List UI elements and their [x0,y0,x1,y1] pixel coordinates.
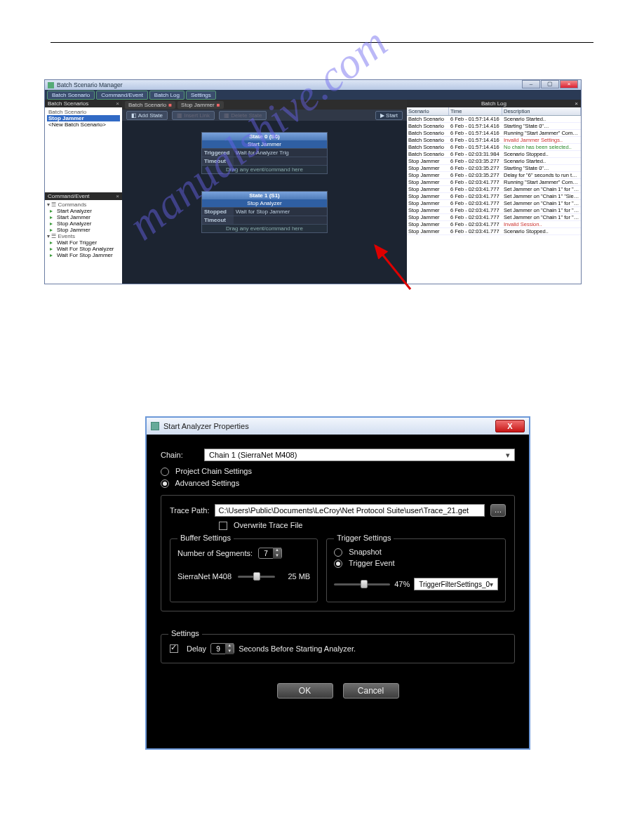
segments-stepper[interactable]: 7 ▲▼ [258,548,282,559]
tree-group[interactable]: ▾ ☰ Commands [47,201,120,208]
radio-icon [334,548,342,557]
buffer-size-slider[interactable] [238,571,275,581]
panel-close-icon[interactable]: × [116,193,119,199]
tree-item[interactable]: Wait For Stop Analyzer [57,246,120,252]
tab-settings[interactable]: Settings [186,91,216,100]
batch-scenario-list[interactable]: Batch Scenario Stop Jammer <New Batch Sc… [45,107,122,192]
col-time[interactable]: Time [449,107,502,115]
overwrite-checkbox[interactable]: Overwrite Trace File [219,521,506,530]
advanced-settings-radio[interactable]: Advanced Settings [161,479,515,488]
doc-tab[interactable]: Batch Scenario■ [125,101,175,109]
app-icon [48,82,54,88]
log-row[interactable]: Stop Jammer6 Feb - 02:03:41.777Running "… [407,179,581,186]
step-down-icon[interactable]: ▼ [273,553,281,559]
log-row[interactable]: Stop Jammer6 Feb - 02:03:41.777Scenario … [407,228,581,235]
tab-command-event[interactable]: Command/Event [96,91,148,100]
log-row[interactable]: Batch Scenario6 Feb - 01:57:14.416No cha… [407,144,581,151]
device-label: SierraNet M408 [177,572,232,581]
tree-item[interactable]: Start Analyzer [57,208,120,214]
col-description[interactable]: Description [502,107,581,115]
col-scenario[interactable]: Scenario [407,107,449,115]
command-event-tree[interactable]: ▾ ☰ Commands Start Analyzer Start Jammer… [45,200,122,284]
state-card-0[interactable]: State 0 (S0) Start Jammer TriggeredWait … [201,132,328,174]
insert-link-button[interactable]: ▦ Insert Link [172,111,215,120]
log-row[interactable]: Stop Jammer6 Feb - 02:03:41.777Invalid S… [407,221,581,228]
log-row[interactable]: Stop Jammer6 Feb - 02:03:41.777Set Jamme… [407,186,581,193]
add-state-button[interactable]: ◧ Add State [126,111,168,120]
log-row[interactable]: Stop Jammer6 Feb - 02:03:41.777Set Jamme… [407,207,581,214]
tree-item[interactable]: Wait For Stop Jammer [57,252,120,258]
log-row[interactable]: Stop Jammer6 Feb - 02:03:35.277Scenario … [407,158,581,165]
trace-path-input[interactable] [215,504,485,517]
trigger-filter-select[interactable]: TriggerFilterSettings_0 ▾ [414,578,498,590]
maximize-button[interactable]: ▢ [541,80,559,88]
log-row[interactable]: Stop Jammer6 Feb - 02:03:41.777Set Jamme… [407,193,581,200]
tree-group[interactable]: ▾ ☰ Events [47,233,120,239]
step-down-icon[interactable]: ▼ [225,649,234,654]
log-row[interactable]: Batch Scenario6 Feb - 02:03:31.984Scenar… [407,151,581,158]
tree-group-label: Events [58,233,74,239]
state-row-label: Triggered [202,149,234,157]
minimize-button[interactable]: – [522,80,540,88]
left-column: Batch Scenarios × Batch Scenario Stop Ja… [45,100,122,284]
delay-stepper[interactable]: 9 ▲▼ [210,643,234,654]
tree-group-label: Commands [58,201,86,208]
window-titlebar[interactable]: Batch Scenario Manager – ▢ × [45,80,581,90]
cancel-button[interactable]: Cancel [343,683,399,699]
log-columns: Scenario Time Description [407,107,581,116]
delete-state-button[interactable]: ▦ Delete State [219,111,267,120]
doc-tab[interactable]: Stop Jammer■ [177,101,223,109]
drop-hint[interactable]: Drag any event/command here [202,224,327,232]
log-row[interactable]: Stop Jammer6 Feb - 02:03:41.777Set Jamme… [407,214,581,221]
snapshot-radio[interactable]: Snapshot [334,548,498,557]
list-item[interactable]: <New Batch Scenario> [47,121,120,128]
state-action: Stop Analyzer [202,199,327,207]
start-button[interactable]: ▶ Start [375,111,403,120]
radio-icon [161,479,169,488]
step-up-icon[interactable]: ▲ [273,548,281,553]
radio-label: Advanced Settings [175,479,239,487]
log-row[interactable]: Batch Scenario6 Feb - 01:57:14.416Scenar… [407,116,581,123]
close-button[interactable]: X [495,420,525,432]
tree-item[interactable]: Wait For Trigger [57,239,120,246]
segments-value: 7 [259,550,273,557]
doc-tab-label: Batch Scenario [128,102,166,108]
chain-select[interactable]: Chain 1 (SierraNet M408) ▾ [204,449,515,461]
close-button[interactable]: × [560,80,578,88]
log-row[interactable]: Stop Jammer6 Feb - 02:03:35.277Starting … [407,165,581,172]
ok-button[interactable]: OK [277,683,333,699]
radio-icon [161,468,169,476]
project-chain-radio[interactable]: Project Chain Settings [161,467,515,476]
trigger-position-slider[interactable] [334,579,390,589]
dialog-titlebar[interactable]: Start Analyzer Properties X [147,418,529,435]
tab-batch-log[interactable]: Batch Log [149,91,185,100]
log-row[interactable]: Batch Scenario6 Feb - 01:57:14.416Starti… [407,123,581,130]
tab-batch-scenario[interactable]: Batch Scenario [47,91,95,100]
buffer-size-label: 25 MB [281,572,310,581]
panel-close-icon[interactable]: × [116,100,119,107]
state-row-value: Wait for Analyzer Trig [234,149,327,157]
trigger-settings-group: Trigger Settings Snapshot Trigger Event [326,538,506,602]
log-row[interactable]: Batch Scenario6 Feb - 01:57:14.416Runnin… [407,130,581,137]
delay-checkbox[interactable] [170,644,178,653]
tab-close-icon[interactable]: ■ [217,102,220,108]
tree-item[interactable]: Stop Analyzer [57,220,120,227]
radio-label: Trigger Event [349,559,395,567]
tree-item[interactable]: Stop Jammer [57,227,120,233]
trigger-event-radio[interactable]: Trigger Event [334,559,498,568]
step-up-icon[interactable]: ▲ [225,643,234,649]
browse-button[interactable]: … [490,504,506,517]
drop-hint[interactable]: Drag any event/command here [202,165,327,173]
panel-title: Command/Event [48,193,90,199]
state-row-label: Stopped [202,208,234,216]
tab-close-icon[interactable]: ■ [168,102,172,108]
log-row[interactable]: Stop Jammer6 Feb - 02:03:41.777Set Jamme… [407,200,581,207]
log-row[interactable]: Batch Scenario6 Feb - 01:57:14.416Invali… [407,137,581,144]
state-card-1[interactable]: State 1 (S1) Stop Analyzer StoppedWait f… [201,191,328,233]
panel-close-icon[interactable]: × [575,100,578,107]
tree-item[interactable]: Start Jammer [57,214,120,220]
trace-path-label: Trace Path: [170,506,209,515]
batch-scenario-manager-window: Batch Scenario Manager – ▢ × Batch Scena… [44,79,582,284]
list-item[interactable]: Stop Jammer [47,115,120,121]
log-row[interactable]: Stop Jammer6 Feb - 02:03:35.277Delay for… [407,172,581,179]
